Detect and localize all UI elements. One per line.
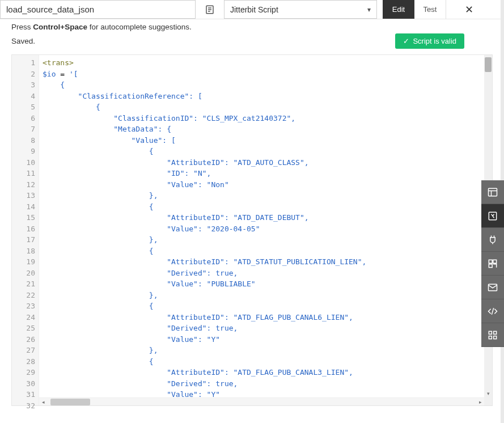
script-valid-badge: ✓ Script is valid <box>395 33 464 49</box>
code-line[interactable]: "Value": "2020-04-05" <box>43 223 484 235</box>
code-line[interactable]: "Value": "Non" <box>43 179 484 191</box>
notes-icon[interactable] <box>201 0 218 19</box>
code-line[interactable]: { <box>43 101 484 113</box>
line-number: 32 <box>12 400 35 412</box>
script-name-input[interactable] <box>0 0 196 19</box>
language-select[interactable]: Jitterbit Script ▾ <box>224 0 377 19</box>
svg-rect-10 <box>489 264 492 267</box>
plugins-icon[interactable] <box>481 228 504 252</box>
line-number: 1 <box>12 57 35 69</box>
edit-button[interactable]: Edit <box>383 0 414 19</box>
notifications-icon[interactable] <box>481 276 504 299</box>
code-line[interactable]: }, <box>43 290 484 301</box>
code-line[interactable]: "MetaData": { <box>43 124 484 135</box>
code-line[interactable]: { <box>43 146 484 157</box>
line-number: 6 <box>12 113 35 124</box>
language-selected-label: Jitterbit Script <box>230 5 278 14</box>
code-line[interactable]: }, <box>43 190 484 201</box>
test-button[interactable]: Test <box>414 0 446 19</box>
code-line[interactable]: "ClassificationID": "CLS_MPX_cat2140372"… <box>43 113 484 124</box>
line-gutter: 1234567891011121314151617181920212223242… <box>12 55 39 405</box>
line-number: 22 <box>12 290 35 301</box>
svg-rect-15 <box>494 336 497 339</box>
svg-rect-9 <box>493 260 497 263</box>
line-number: 8 <box>12 135 35 146</box>
code-line[interactable]: "Value": [ <box>43 135 484 146</box>
svg-rect-14 <box>489 336 492 339</box>
horizontal-scroll-thumb[interactable] <box>50 399 90 405</box>
checkmark-icon: ✓ <box>403 37 409 45</box>
code-line[interactable]: "AttributeID": "ATD_DATE_DEBUT", <box>43 212 484 223</box>
code-line[interactable]: }, <box>43 234 484 246</box>
status-line: Saved. ✓ Script is valid <box>0 32 504 54</box>
line-number: 14 <box>12 201 35 213</box>
line-number: 17 <box>12 234 35 246</box>
code-line[interactable]: { <box>43 79 484 91</box>
line-number: 9 <box>12 146 35 157</box>
chevron-down-icon: ▾ <box>367 6 371 14</box>
code-line[interactable]: { <box>43 246 484 257</box>
line-number: 23 <box>12 301 35 312</box>
source-objects-icon[interactable] <box>481 180 504 204</box>
line-number: 7 <box>12 124 35 135</box>
line-number: 24 <box>12 312 35 323</box>
scroll-right-icon[interactable]: ▸ <box>476 398 484 405</box>
code-line[interactable]: { <box>43 356 484 367</box>
apps-icon[interactable] <box>481 323 504 347</box>
code-line[interactable]: "Value": "Y" <box>43 334 484 345</box>
line-number: 26 <box>12 334 35 345</box>
close-button[interactable]: ✕ <box>455 0 482 19</box>
line-number: 5 <box>12 101 35 113</box>
line-number: 13 <box>12 190 35 201</box>
code-line[interactable]: { <box>43 301 484 312</box>
line-number: 2 <box>12 69 35 80</box>
line-number: 15 <box>12 212 35 223</box>
line-number: 30 <box>12 378 35 390</box>
operations-icon[interactable] <box>481 252 504 276</box>
code-editor[interactable]: 1234567891011121314151617181920212223242… <box>11 54 493 406</box>
code-line[interactable]: "AttributeID": "ATD_FLAG_PUB_CANAL3_LIEN… <box>43 367 484 378</box>
variables-icon[interactable] <box>481 204 504 228</box>
autocomplete-hint: Press Control+Space for autocomplete sug… <box>0 19 504 32</box>
line-number: 28 <box>12 356 35 367</box>
code-area[interactable]: <trans>$io = '[ { "ClassificationReferen… <box>39 55 484 405</box>
saved-status: Saved. <box>11 37 35 45</box>
code-line[interactable]: }, <box>43 345 484 356</box>
code-line[interactable]: "Derived": true, <box>43 378 484 390</box>
svg-rect-13 <box>494 331 497 334</box>
code-line[interactable]: "AttributeID": "ATD_AUTO_CLASS", <box>43 157 484 168</box>
code-line[interactable]: "ID": "N", <box>43 168 484 179</box>
code-line[interactable]: "Value": "PUBLIABLE" <box>43 278 484 290</box>
right-rail <box>481 180 504 347</box>
line-number: 4 <box>12 91 35 102</box>
line-number: 18 <box>12 246 35 257</box>
line-number: 19 <box>12 256 35 268</box>
scroll-left-icon[interactable]: ◂ <box>39 398 47 405</box>
line-number: 27 <box>12 345 35 356</box>
close-icon: ✕ <box>465 3 473 16</box>
line-number: 20 <box>12 268 35 279</box>
line-number: 3 <box>12 79 35 91</box>
vertical-scroll-thumb[interactable] <box>485 57 492 72</box>
horizontal-scrollbar[interactable]: ◂ ▸ <box>39 397 484 405</box>
line-number: 10 <box>12 157 35 168</box>
topbar: Jitterbit Script ▾ Edit Test ✕ <box>0 0 504 19</box>
line-number: 21 <box>12 278 35 290</box>
line-number: 12 <box>12 179 35 191</box>
line-number: 25 <box>12 323 35 334</box>
code-line[interactable]: "Derived": true, <box>43 268 484 279</box>
svg-rect-4 <box>489 188 497 196</box>
code-line[interactable]: "Derived": true, <box>43 323 484 334</box>
code-line[interactable]: "AttributeID": "ATD_FLAG_PUB_CANAL6_LIEN… <box>43 312 484 323</box>
line-number: 11 <box>12 168 35 179</box>
scroll-down-icon[interactable]: ▾ <box>484 390 492 397</box>
code-line[interactable]: "AttributeID": "ATD_STATUT_PUBLICATION_L… <box>43 256 484 268</box>
code-line[interactable]: <trans> <box>43 57 484 69</box>
code-line[interactable]: "ClassificationReference": [ <box>43 91 484 102</box>
scripts-icon[interactable] <box>481 299 504 323</box>
code-line[interactable]: $io = '[ <box>43 69 484 80</box>
shortcut-label: Control+Space <box>33 23 87 31</box>
line-number: 29 <box>12 367 35 378</box>
svg-rect-12 <box>489 331 492 334</box>
code-line[interactable]: { <box>43 201 484 213</box>
